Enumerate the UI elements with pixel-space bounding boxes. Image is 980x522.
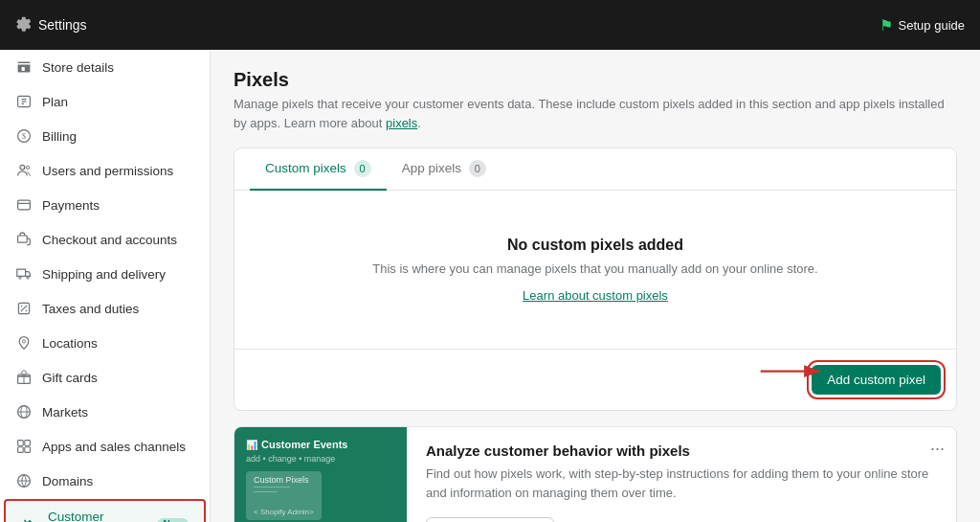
sidebar-label-locations: Locations (42, 336, 98, 351)
svg-text:$: $ (22, 132, 26, 141)
header-title: Settings (38, 17, 87, 33)
svg-rect-26 (18, 447, 24, 453)
svg-rect-8 (18, 200, 31, 210)
domains-icon (15, 472, 33, 489)
empty-state-title: No custom pixels added (257, 237, 933, 254)
billing-icon: $ (15, 127, 33, 145)
app-pixels-count: 0 (469, 160, 486, 177)
sidebar-item-plan[interactable]: Plan (0, 84, 210, 119)
sidebar-item-customer-events[interactable]: Customer events New (4, 499, 206, 522)
gift-icon (15, 369, 33, 386)
promo-thumb-line2 (254, 491, 278, 492)
sidebar-item-payments[interactable]: Payments (0, 188, 210, 222)
sidebar-item-domains[interactable]: Domains (0, 464, 210, 498)
shipping-icon (15, 265, 33, 283)
svg-point-15 (21, 306, 23, 307)
setup-guide-group[interactable]: ⚑ Setup guide (880, 16, 965, 34)
sidebar-item-apps[interactable]: Apps and sales channels (0, 429, 210, 464)
svg-point-7 (26, 166, 29, 169)
sidebar-item-store-details[interactable]: Store details (0, 50, 210, 84)
new-badge: New (157, 518, 189, 523)
setup-guide-label: Setup guide (899, 18, 965, 33)
header-title-group: Settings (15, 16, 87, 34)
promo-thumbnail: 📊 Customer Events add • change • manage … (234, 427, 407, 522)
svg-rect-24 (18, 441, 24, 446)
sidebar-label-markets: Markets (42, 405, 88, 420)
sidebar-item-gift-cards[interactable]: Gift cards (0, 360, 210, 395)
sidebar-label-store-details: Store details (42, 60, 114, 75)
sidebar-item-billing[interactable]: $ Billing (0, 119, 210, 153)
taxes-icon (15, 300, 33, 317)
tab-app-pixels[interactable]: App pixels 0 (387, 148, 501, 191)
button-area: Add custom pixel (234, 349, 956, 410)
sidebar-label-plan: Plan (42, 95, 68, 109)
sidebar-item-markets[interactable]: Markets (0, 395, 210, 429)
main-content: Pixels Manage pixels that receive your c… (211, 50, 980, 522)
arrow-svg (755, 357, 832, 386)
svg-point-6 (20, 165, 25, 170)
promo-thumb-line1 (254, 487, 290, 488)
promo-thumb-sub: add • change • manage (246, 454, 335, 464)
payments-icon (15, 196, 33, 214)
svg-point-17 (22, 340, 25, 343)
page-title: Pixels (234, 69, 957, 91)
pixels-link[interactable]: pixels (386, 116, 417, 130)
sidebar-item-users[interactable]: Users and permissions (0, 153, 210, 188)
app-header: Settings ⚑ Setup guide (0, 0, 980, 50)
promo-thumb-label: Custom Pixels (254, 475, 314, 485)
sidebar-label-gift-cards: Gift cards (42, 371, 98, 385)
sidebar-label-payments: Payments (42, 198, 100, 213)
tab-custom-pixels[interactable]: Custom pixels 0 (250, 148, 387, 191)
page-description: Manage pixels that receive your customer… (234, 95, 957, 132)
sidebar-label-domains: Domains (42, 474, 93, 488)
custom-pixels-count: 0 (354, 160, 371, 177)
empty-state-description: This is where you can manage pixels that… (257, 261, 933, 276)
empty-state: No custom pixels added This is where you… (234, 191, 956, 349)
sidebar: Store details Plan $ Billing Users and p… (0, 50, 211, 522)
sidebar-label-taxes: Taxes and duties (42, 302, 139, 316)
sidebar-label-users: Users and permissions (42, 164, 173, 178)
main-layout: Store details Plan $ Billing Users and p… (0, 50, 980, 522)
locations-icon (15, 334, 33, 352)
flag-icon: ⚑ (880, 16, 893, 34)
promo-thumb-label2: < Shopify Admin> (254, 508, 314, 516)
events-icon (21, 515, 38, 522)
promo-thumb-icon: 📊 Customer Events (246, 439, 347, 450)
learn-about-pixels-link[interactable]: Learn about custom pixels (523, 288, 668, 303)
promo-title: Analyze customer behavior with pixels (426, 443, 937, 459)
markets-icon (15, 403, 33, 420)
sidebar-item-locations[interactable]: Locations (0, 326, 210, 360)
checkout-icon (15, 231, 33, 248)
svg-rect-27 (25, 447, 31, 453)
tab-bar: Custom pixels 0 App pixels 0 (234, 148, 956, 191)
svg-rect-25 (25, 441, 31, 446)
promo-menu-icon[interactable]: ··· (930, 439, 945, 459)
sidebar-item-checkout[interactable]: Checkout and accounts (0, 222, 210, 257)
pixels-card: Custom pixels 0 App pixels 0 No custom p… (234, 148, 957, 411)
store-icon (15, 58, 33, 76)
promo-content: ··· Analyze customer behavior with pixel… (407, 427, 956, 522)
svg-point-16 (26, 310, 28, 312)
sidebar-label-shipping: Shipping and delivery (42, 267, 166, 282)
promo-card: 📊 Customer Events add • change • manage … (234, 426, 957, 522)
promo-description: Find out how pixels work, with step-by-s… (426, 465, 937, 502)
svg-point-11 (19, 277, 21, 279)
arrow-annotation (755, 357, 832, 386)
sidebar-label-checkout: Checkout and accounts (42, 233, 177, 247)
svg-rect-10 (18, 236, 28, 242)
sidebar-item-shipping[interactable]: Shipping and delivery (0, 257, 210, 291)
plan-icon (15, 93, 33, 110)
users-icon (15, 162, 33, 179)
sidebar-label-apps: Apps and sales channels (42, 440, 186, 454)
sidebar-item-taxes[interactable]: Taxes and duties (0, 291, 210, 326)
read-about-pixels-button[interactable]: Read about pixels (426, 517, 554, 522)
sidebar-label-billing: Billing (42, 129, 77, 144)
svg-point-12 (27, 277, 29, 279)
settings-gear-icon (15, 16, 31, 34)
apps-icon (15, 438, 33, 455)
sidebar-label-customer-events: Customer events (48, 510, 144, 522)
